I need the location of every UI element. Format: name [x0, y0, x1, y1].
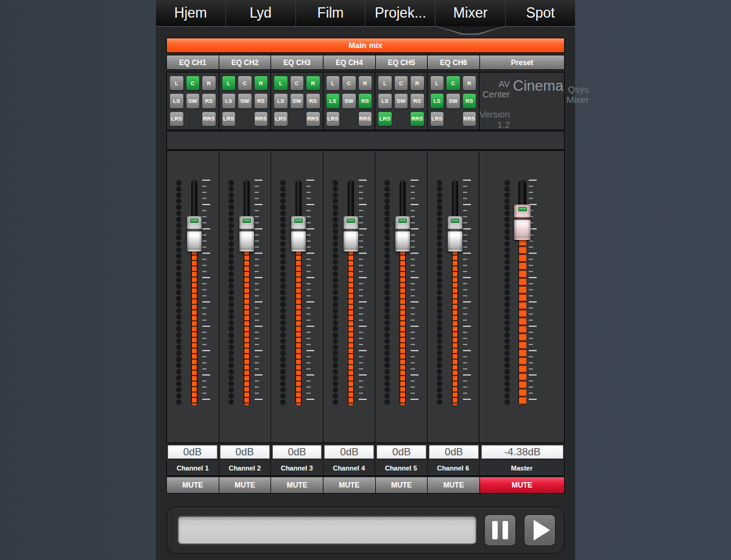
- speaker-rs-ch5[interactable]: RS: [411, 94, 424, 108]
- mute-button-ch4[interactable]: MUTE: [323, 477, 376, 494]
- speaker-c-ch6[interactable]: C: [447, 76, 460, 90]
- speaker-rs-ch3[interactable]: RS: [306, 94, 320, 108]
- eq-ch1-button[interactable]: EQ CH1: [166, 55, 219, 70]
- speaker-l-ch6[interactable]: L: [431, 76, 444, 90]
- speaker-rs-ch4[interactable]: RS: [359, 94, 372, 108]
- mute-button-ch2[interactable]: MUTE: [219, 477, 272, 494]
- scale-tick: [306, 247, 311, 248]
- speaker-r-ch4[interactable]: R: [359, 76, 372, 90]
- db-value-ch3[interactable]: 0dB: [272, 445, 322, 459]
- mute-button-master[interactable]: MUTE: [479, 477, 565, 494]
- scale-tick: [463, 350, 471, 351]
- speaker-c-ch2[interactable]: C: [238, 76, 252, 90]
- db-value-ch1[interactable]: 0dB: [168, 445, 217, 459]
- speaker-rs-ch6[interactable]: RS: [463, 94, 476, 108]
- fader-knob-channel-6[interactable]: [448, 216, 462, 251]
- meter-dot: [333, 393, 338, 399]
- speaker-rs-ch2[interactable]: RS: [255, 94, 268, 108]
- eq-ch4-button[interactable]: EQ CH4: [323, 55, 375, 70]
- fader-knob-channel-1[interactable]: [187, 216, 202, 251]
- eq-ch5-button[interactable]: EQ CH5: [375, 55, 428, 70]
- speaker-l-ch1[interactable]: L: [170, 76, 183, 90]
- speaker-sw-ch2[interactable]: SW: [238, 94, 252, 108]
- speaker-l-ch3[interactable]: L: [274, 76, 288, 90]
- speaker-ls-ch2[interactable]: LS: [222, 94, 236, 108]
- fader-knob-channel-2[interactable]: [239, 216, 254, 251]
- speaker-ls-ch6[interactable]: LS: [431, 94, 444, 108]
- speaker-lrs-ch4[interactable]: LRS: [327, 112, 340, 126]
- speaker-rrs-ch5[interactable]: RRS: [411, 112, 424, 126]
- scale-tick: [411, 277, 418, 278]
- pause-button[interactable]: [484, 514, 517, 547]
- speaker-r-ch1[interactable]: R: [202, 76, 216, 90]
- tab-spot[interactable]: Spot: [505, 0, 575, 26]
- mute-button-ch5[interactable]: MUTE: [375, 477, 428, 494]
- main-mix-header[interactable]: Main mix: [166, 38, 565, 53]
- play-button[interactable]: [523, 514, 556, 547]
- speaker-ls-ch1[interactable]: LS: [170, 94, 183, 108]
- speaker-rrs-ch3[interactable]: RRS: [306, 112, 320, 126]
- speaker-lrs-ch1[interactable]: LRS: [170, 112, 183, 126]
- mute-button-ch3[interactable]: MUTE: [270, 477, 323, 494]
- tab-hjem[interactable]: Hjem: [156, 0, 225, 26]
- db-value-ch4[interactable]: 0dB: [324, 445, 374, 459]
- speaker-r-ch5[interactable]: R: [411, 76, 424, 90]
- speaker-rrs-ch4[interactable]: RRS: [359, 112, 372, 126]
- speaker-ls-ch3[interactable]: LS: [274, 94, 288, 108]
- speaker-lrs-ch2[interactable]: LRS: [222, 112, 236, 126]
- speaker-ls-ch4[interactable]: LS: [327, 94, 340, 108]
- eq-ch6-button[interactable]: EQ CH6: [427, 55, 479, 70]
- progress-bar[interactable]: [177, 516, 477, 545]
- speaker-c-ch4[interactable]: C: [342, 76, 356, 90]
- fader-knob-channel-3[interactable]: [291, 216, 306, 251]
- db-value-ch5[interactable]: 0dB: [376, 445, 426, 459]
- mute-button-ch6[interactable]: MUTE: [427, 477, 480, 494]
- speaker-l-ch4[interactable]: L: [327, 76, 340, 90]
- scale-tick: [255, 186, 259, 187]
- speaker-c-ch1[interactable]: C: [186, 76, 200, 90]
- speaker-r-ch2[interactable]: R: [255, 76, 268, 90]
- fader-knob-channel-4[interactable]: [344, 216, 358, 251]
- db-value-ch6[interactable]: 0dB: [429, 445, 479, 459]
- fader-knob-channel-5[interactable]: [395, 216, 410, 251]
- speaker-c-ch5[interactable]: C: [395, 76, 408, 90]
- speaker-lrs-ch5[interactable]: LRS: [378, 112, 392, 126]
- speaker-rrs-ch1[interactable]: RRS: [202, 112, 216, 126]
- eq-ch3-button[interactable]: EQ CH3: [270, 55, 323, 70]
- db-value-master[interactable]: -4.38dB: [481, 445, 563, 459]
- tab-lyd[interactable]: Lyd: [225, 0, 295, 26]
- scale-tick: [411, 387, 415, 388]
- speaker-sw-ch6[interactable]: SW: [447, 94, 460, 108]
- speaker-r-ch3[interactable]: R: [306, 76, 320, 90]
- scale-tick: [359, 320, 363, 321]
- speaker-ls-ch5[interactable]: LS: [378, 94, 392, 108]
- fader-knob-master[interactable]: [514, 205, 531, 240]
- speaker-grid-ch4: LCRLSSWRSLRSRRS: [323, 72, 376, 130]
- scale-tick: [359, 216, 363, 217]
- speaker-sw-ch1[interactable]: SW: [186, 94, 200, 108]
- speaker-lrs-ch3[interactable]: LRS: [274, 112, 288, 126]
- speaker-sw-ch3[interactable]: SW: [291, 94, 304, 108]
- meter-dot: [504, 290, 510, 295]
- tab-mixer[interactable]: Mixer: [435, 0, 505, 26]
- speaker-l-ch2[interactable]: L: [222, 76, 236, 90]
- meter-dot: [333, 278, 338, 283]
- speaker-c-ch3[interactable]: C: [291, 76, 304, 90]
- scale-tick: [202, 313, 207, 315]
- scale-tick: [202, 204, 210, 205]
- tab-film[interactable]: Film: [295, 0, 366, 26]
- speaker-sw-ch5[interactable]: SW: [395, 94, 408, 108]
- db-value-ch2[interactable]: 0dB: [220, 445, 270, 459]
- meter-dot: [504, 198, 510, 204]
- preset-button[interactable]: Preset: [479, 55, 565, 70]
- speaker-rrs-ch6[interactable]: RRS: [463, 112, 476, 126]
- tab-projek[interactable]: Projek...: [365, 0, 435, 26]
- speaker-rs-ch1[interactable]: RS: [202, 94, 216, 108]
- speaker-sw-ch4[interactable]: SW: [342, 94, 356, 108]
- speaker-rrs-ch2[interactable]: RRS: [255, 112, 268, 126]
- speaker-l-ch5[interactable]: L: [378, 76, 392, 90]
- speaker-lrs-ch6[interactable]: LRS: [431, 112, 444, 126]
- eq-ch2-button[interactable]: EQ CH2: [219, 55, 271, 70]
- mute-button-ch1[interactable]: MUTE: [166, 477, 219, 494]
- speaker-r-ch6[interactable]: R: [463, 76, 476, 90]
